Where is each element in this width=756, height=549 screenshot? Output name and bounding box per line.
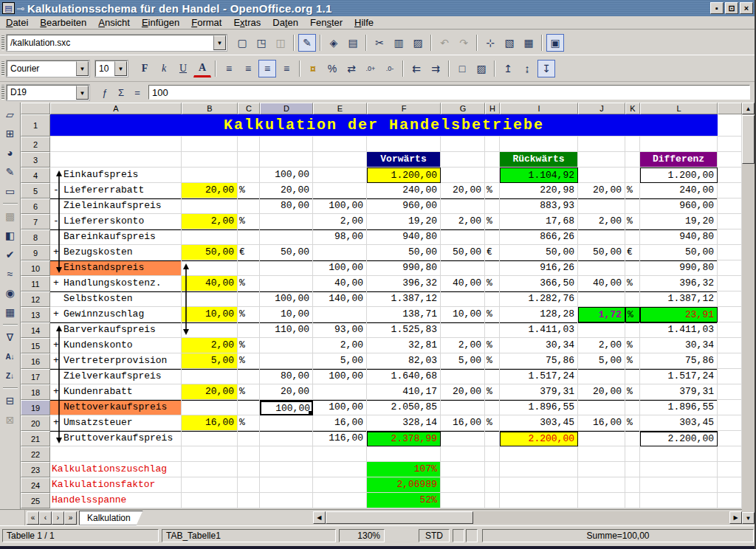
previous-sheet-button[interactable]: ‹ <box>39 511 52 525</box>
chevron-down-icon[interactable]: ▼ <box>76 86 89 100</box>
cell-J12[interactable] <box>578 291 625 307</box>
cell-K15[interactable]: % <box>625 338 640 353</box>
cell-H11[interactable]: % <box>485 276 500 291</box>
cell-L13[interactable]: 23,91 <box>640 307 718 322</box>
row-header-18[interactable]: 18 <box>21 384 50 400</box>
cell-E3[interactable] <box>313 152 367 168</box>
cell-G23[interactable] <box>441 462 485 477</box>
cell-B13[interactable]: 10,00 <box>182 307 238 322</box>
align-center-icon[interactable]: ≡ <box>239 60 257 77</box>
form-controls-icon[interactable]: ▭ <box>1 182 19 200</box>
cell-D15[interactable] <box>260 338 313 353</box>
menu-datei[interactable]: Datei <box>0 17 34 28</box>
align-right-icon[interactable]: ≡ <box>258 60 276 77</box>
open-icon[interactable]: ◳ <box>252 34 270 52</box>
first-sheet-button[interactable]: « <box>27 511 39 525</box>
choose-themes-icon[interactable]: ◧ <box>1 227 19 244</box>
formula-input[interactable] <box>148 85 750 100</box>
cell-H4[interactable] <box>485 168 500 183</box>
cell-I20[interactable]: 303,45 <box>500 415 578 431</box>
cell-K22[interactable] <box>625 446 640 462</box>
cell-D25[interactable] <box>260 493 313 508</box>
font-name-combo[interactable]: Courier ▼ <box>7 61 89 77</box>
cell-C9[interactable]: € <box>238 245 260 260</box>
cell-I2[interactable] <box>500 137 578 152</box>
cell-F21[interactable]: 2.378,99 <box>367 431 441 446</box>
document-url-combo[interactable]: /kalkulation.sxc ▼ <box>7 35 227 51</box>
format-currency-icon[interactable]: ¤ <box>304 60 322 77</box>
cell-B14[interactable] <box>182 322 238 338</box>
cell-D13[interactable]: 10,00 <box>260 307 313 322</box>
row-header-24[interactable]: 24 <box>21 477 50 493</box>
font-color-icon[interactable]: A <box>193 60 211 77</box>
cell-A8[interactable]: Bareinkaufspreis <box>50 229 182 245</box>
cell-H13[interactable]: % <box>485 307 500 322</box>
cell-D23[interactable] <box>260 462 313 477</box>
cell-L21[interactable]: 2.200,00 <box>640 431 718 446</box>
window-menu-icon[interactable]: ▤ <box>2 2 15 14</box>
cell-J8[interactable] <box>578 229 625 245</box>
cell-K24[interactable] <box>625 477 640 493</box>
sort-ascending-icon[interactable]: A↓ <box>1 348 19 365</box>
delete-decimal-icon[interactable]: .0- <box>381 60 399 77</box>
cell-B18[interactable]: 20,00 <box>182 384 238 400</box>
cell-K25[interactable] <box>625 493 640 508</box>
cell-E22[interactable] <box>313 446 367 462</box>
cell-A24[interactable]: Kalkulationsfaktor <box>50 477 182 493</box>
cell-H16[interactable]: % <box>485 353 500 369</box>
cell-K10[interactable] <box>625 260 640 276</box>
cell-I9[interactable]: 50,00 <box>500 245 578 260</box>
cell-I7[interactable]: 17,68 <box>500 214 578 229</box>
cell-L25[interactable] <box>640 493 718 508</box>
cell-I11[interactable]: 366,50 <box>500 276 578 291</box>
cell-I15[interactable]: 30,34 <box>500 338 578 353</box>
function-equals-icon[interactable]: = <box>130 85 145 100</box>
cell-F9[interactable]: 50,00 <box>367 245 441 260</box>
cell-K2[interactable] <box>625 137 640 152</box>
cell-G18[interactable]: 20,00 <box>441 384 485 400</box>
cell-B5[interactable]: 20,00 <box>182 183 238 198</box>
cell-F8[interactable]: 940,80 <box>367 229 441 245</box>
font-size-combo[interactable]: 10 ▼ <box>95 61 128 77</box>
cell-K3[interactable] <box>625 152 640 168</box>
column-header-C[interactable]: C <box>238 103 260 114</box>
cell-C23[interactable] <box>238 462 260 477</box>
cell-J22[interactable] <box>578 446 625 462</box>
cell-C22[interactable] <box>238 446 260 462</box>
cell-H25[interactable] <box>485 493 500 508</box>
insert-object-icon[interactable]: ◕ <box>1 144 19 162</box>
cell-H7[interactable]: % <box>485 214 500 229</box>
status-sum[interactable]: Summe=100,00 <box>482 529 754 542</box>
cell-E23[interactable] <box>313 462 367 477</box>
copy-icon[interactable]: ▥ <box>390 34 408 52</box>
scroll-down-icon[interactable]: ▼ <box>742 512 755 524</box>
row-header-19[interactable]: 19 <box>21 400 50 415</box>
cell-H18[interactable]: % <box>485 384 500 400</box>
cell-A2[interactable] <box>50 137 182 152</box>
cell-H9[interactable]: € <box>485 245 500 260</box>
cell-B24[interactable] <box>182 477 238 493</box>
cell-A21[interactable]: Bruttoverkaufspreis <box>50 431 182 446</box>
cell-I6[interactable]: 883,93 <box>500 198 578 214</box>
cell-E11[interactable]: 40,00 <box>313 276 367 291</box>
row-header-15[interactable]: 15 <box>21 338 50 353</box>
column-header-E[interactable]: E <box>313 103 367 114</box>
cell-D21[interactable] <box>260 431 313 446</box>
cell-J11[interactable]: 40,00 <box>578 276 625 291</box>
cell-G14[interactable] <box>441 322 485 338</box>
cell-B20[interactable]: 16,00 <box>182 415 238 431</box>
cell-I12[interactable]: 1.282,76 <box>500 291 578 307</box>
row-header-13[interactable]: 13 <box>21 307 50 322</box>
cell-G19[interactable] <box>441 400 485 415</box>
cell-C6[interactable] <box>238 198 260 214</box>
cell-I13[interactable]: 128,28 <box>500 307 578 322</box>
align-justify-icon[interactable]: ≡ <box>278 60 295 77</box>
cell-I14[interactable]: 1.411,03 <box>500 322 578 338</box>
cell-I24[interactable] <box>500 477 578 493</box>
cell-A6[interactable]: Zieleinkaufspreis <box>50 198 182 214</box>
cell-F6[interactable]: 960,00 <box>367 198 441 214</box>
menu-einfügen[interactable]: Einfügen <box>136 17 185 28</box>
column-header-F[interactable]: F <box>367 103 441 114</box>
cell-E8[interactable]: 98,00 <box>313 229 367 245</box>
cell-A5[interactable]: -Liefererrabatt <box>50 183 182 198</box>
